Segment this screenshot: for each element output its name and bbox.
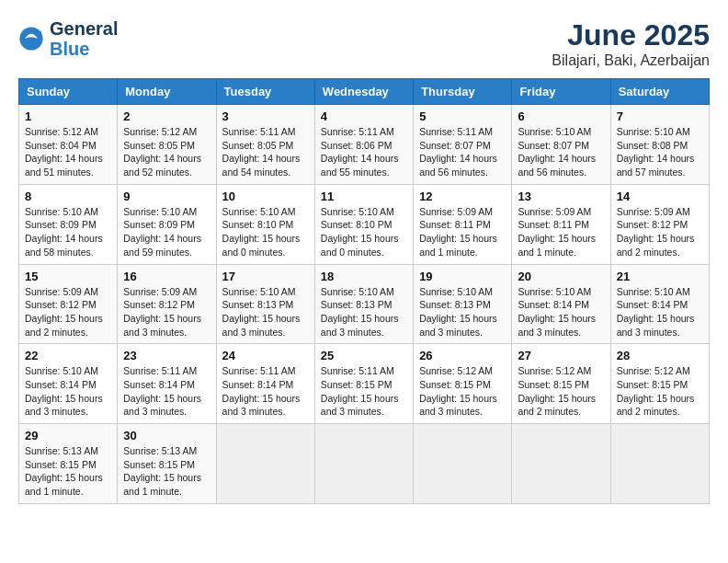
calendar-cell: 23Sunrise: 5:11 AMSunset: 8:14 PMDayligh… [118,344,216,424]
calendar-cell: 30Sunrise: 5:13 AMSunset: 8:15 PMDayligh… [118,424,216,504]
week-row-4: 22Sunrise: 5:10 AMSunset: 8:14 PMDayligh… [19,344,710,424]
day-info: Sunrise: 5:11 AMSunset: 8:15 PMDaylight:… [321,364,407,419]
day-info: Sunrise: 5:12 AMSunset: 8:15 PMDaylight:… [419,364,506,419]
day-info: Sunrise: 5:11 AMSunset: 8:06 PMDaylight:… [321,125,407,179]
week-row-1: 1Sunrise: 5:12 AMSunset: 8:04 PMDaylight… [19,105,710,185]
day-info: Sunrise: 5:13 AMSunset: 8:15 PMDaylight:… [25,444,111,499]
day-number: 5 [419,109,506,123]
logo: General Blue [18,18,118,59]
day-number: 8 [25,190,111,203]
calendar-cell: 28Sunrise: 5:12 AMSunset: 8:15 PMDayligh… [610,344,709,424]
day-number: 12 [419,190,506,203]
weekday-header-tuesday: Tuesday [216,79,314,105]
day-number: 15 [25,270,111,283]
svg-point-0 [19,27,42,50]
calendar-cell [610,424,709,504]
calendar-cell: 4Sunrise: 5:11 AMSunset: 8:06 PMDaylight… [314,105,413,185]
day-info: Sunrise: 5:10 AMSunset: 8:14 PMDaylight:… [617,285,703,339]
weekday-header-saturday: Saturday [610,79,709,105]
weekday-header-monday: Monday [118,79,216,105]
day-number: 17 [222,270,309,283]
calendar-cell [512,424,610,504]
calendar-body: 1Sunrise: 5:12 AMSunset: 8:04 PMDaylight… [19,105,710,504]
weekday-header-thursday: Thursday [414,79,512,105]
calendar-cell: 26Sunrise: 5:12 AMSunset: 8:15 PMDayligh… [414,344,512,424]
day-number: 9 [123,190,210,203]
calendar-cell: 18Sunrise: 5:10 AMSunset: 8:13 PMDayligh… [314,264,413,344]
day-number: 22 [25,349,111,362]
calendar-cell: 22Sunrise: 5:10 AMSunset: 8:14 PMDayligh… [19,344,118,424]
day-info: Sunrise: 5:10 AMSunset: 8:13 PMDaylight:… [321,285,407,339]
day-info: Sunrise: 5:12 AMSunset: 8:04 PMDaylight:… [25,125,111,179]
day-info: Sunrise: 5:10 AMSunset: 8:10 PMDaylight:… [222,205,309,259]
day-number: 28 [617,349,703,362]
calendar-cell [314,424,413,504]
day-number: 3 [222,109,309,123]
calendar-cell: 9Sunrise: 5:10 AMSunset: 8:09 PMDaylight… [118,184,216,264]
day-info: Sunrise: 5:09 AMSunset: 8:12 PMDaylight:… [617,205,703,259]
day-number: 19 [419,270,506,283]
calendar-cell: 8Sunrise: 5:10 AMSunset: 8:09 PMDaylight… [19,184,118,264]
calendar-cell: 24Sunrise: 5:11 AMSunset: 8:14 PMDayligh… [216,344,314,424]
day-number: 23 [123,349,210,362]
calendar-cell: 16Sunrise: 5:09 AMSunset: 8:12 PMDayligh… [118,264,216,344]
calendar-cell: 19Sunrise: 5:10 AMSunset: 8:13 PMDayligh… [414,264,512,344]
day-info: Sunrise: 5:10 AMSunset: 8:09 PMDaylight:… [25,205,111,259]
calendar-cell: 2Sunrise: 5:12 AMSunset: 8:05 PMDaylight… [118,105,216,185]
calendar-cell: 3Sunrise: 5:11 AMSunset: 8:05 PMDaylight… [216,105,314,185]
logo-icon [18,26,44,52]
weekday-header-row: SundayMondayTuesdayWednesdayThursdayFrid… [19,79,710,105]
calendar-cell: 6Sunrise: 5:10 AMSunset: 8:07 PMDaylight… [512,105,610,185]
day-info: Sunrise: 5:09 AMSunset: 8:12 PMDaylight:… [123,285,210,339]
day-info: Sunrise: 5:10 AMSunset: 8:13 PMDaylight:… [222,285,309,339]
calendar-cell: 13Sunrise: 5:09 AMSunset: 8:11 PMDayligh… [512,184,610,264]
day-number: 16 [123,270,210,283]
weekday-header-sunday: Sunday [19,79,118,105]
calendar-title: June 2025 [552,18,710,52]
calendar-cell [414,424,512,504]
calendar-cell: 15Sunrise: 5:09 AMSunset: 8:12 PMDayligh… [19,264,118,344]
calendar-cell: 27Sunrise: 5:12 AMSunset: 8:15 PMDayligh… [512,344,610,424]
day-number: 18 [321,270,407,283]
day-number: 4 [321,109,407,123]
day-number: 30 [123,429,210,442]
day-info: Sunrise: 5:09 AMSunset: 8:12 PMDaylight:… [25,285,111,339]
day-info: Sunrise: 5:10 AMSunset: 8:10 PMDaylight:… [321,205,407,259]
day-info: Sunrise: 5:10 AMSunset: 8:14 PMDaylight:… [518,285,604,339]
day-number: 26 [419,349,506,362]
calendar-subtitle: Bilajari, Baki, Azerbaijan [552,52,710,69]
calendar-cell: 1Sunrise: 5:12 AMSunset: 8:04 PMDaylight… [19,105,118,185]
week-row-3: 15Sunrise: 5:09 AMSunset: 8:12 PMDayligh… [19,264,710,344]
calendar-cell: 20Sunrise: 5:10 AMSunset: 8:14 PMDayligh… [512,264,610,344]
day-info: Sunrise: 5:09 AMSunset: 8:11 PMDaylight:… [419,205,506,259]
day-info: Sunrise: 5:10 AMSunset: 8:13 PMDaylight:… [419,285,506,339]
day-number: 1 [25,109,111,123]
day-number: 27 [518,349,604,362]
calendar-cell: 25Sunrise: 5:11 AMSunset: 8:15 PMDayligh… [314,344,413,424]
day-number: 21 [617,270,703,283]
day-info: Sunrise: 5:11 AMSunset: 8:07 PMDaylight:… [419,125,506,179]
day-info: Sunrise: 5:12 AMSunset: 8:15 PMDaylight:… [518,364,604,419]
calendar-cell: 29Sunrise: 5:13 AMSunset: 8:15 PMDayligh… [19,424,118,504]
logo-text: General Blue [50,18,118,59]
day-number: 14 [617,190,703,203]
calendar-cell: 14Sunrise: 5:09 AMSunset: 8:12 PMDayligh… [610,184,709,264]
calendar-cell: 10Sunrise: 5:10 AMSunset: 8:10 PMDayligh… [216,184,314,264]
day-info: Sunrise: 5:10 AMSunset: 8:07 PMDaylight:… [518,125,604,179]
calendar-cell: 11Sunrise: 5:10 AMSunset: 8:10 PMDayligh… [314,184,413,264]
calendar-cell: 5Sunrise: 5:11 AMSunset: 8:07 PMDaylight… [414,105,512,185]
day-number: 11 [321,190,407,203]
calendar-cell: 17Sunrise: 5:10 AMSunset: 8:13 PMDayligh… [216,264,314,344]
day-number: 2 [123,109,210,123]
calendar-table: SundayMondayTuesdayWednesdayThursdayFrid… [18,78,710,504]
day-info: Sunrise: 5:10 AMSunset: 8:09 PMDaylight:… [123,205,210,259]
weekday-header-friday: Friday [512,79,610,105]
day-info: Sunrise: 5:13 AMSunset: 8:15 PMDaylight:… [123,444,210,499]
calendar-cell: 12Sunrise: 5:09 AMSunset: 8:11 PMDayligh… [414,184,512,264]
day-info: Sunrise: 5:09 AMSunset: 8:11 PMDaylight:… [518,205,604,259]
day-number: 25 [321,349,407,362]
title-block: June 2025 Bilajari, Baki, Azerbaijan [552,18,710,69]
day-number: 10 [222,190,309,203]
day-number: 13 [518,190,604,203]
day-number: 24 [222,349,309,362]
